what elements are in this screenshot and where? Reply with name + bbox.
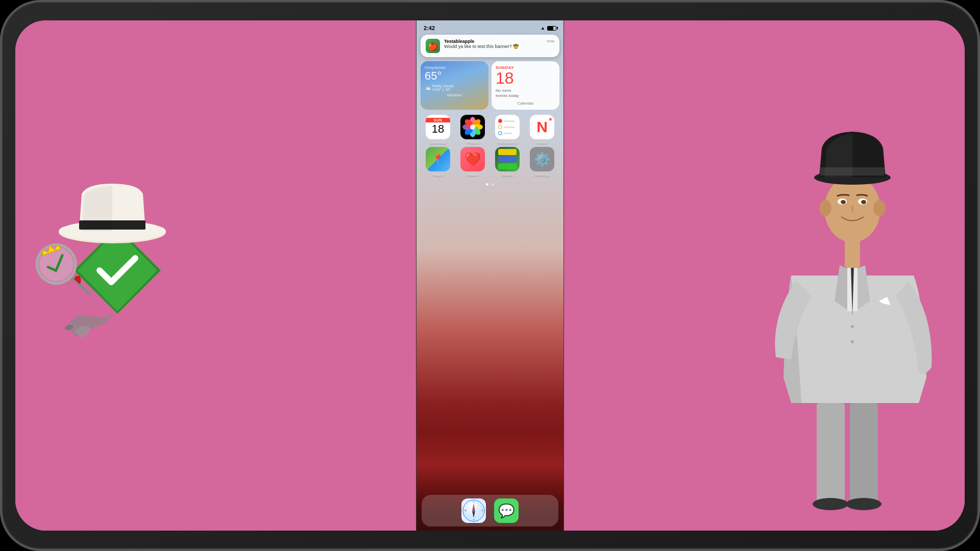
notif-content: Testableapple Would ya like to test this… [444, 39, 543, 50]
app-grid-row1: SUN 18 Calendar [416, 113, 564, 147]
maps-pin-icon: 📍 [432, 154, 444, 165]
device-shell: 2:42 ▲ 🍎 Testableapple Would ya like to … [0, 0, 980, 551]
weather-temperature: 65° [425, 70, 484, 82]
weather-widget[interactable]: Greystones 65° ⛅ Partly Cloudy H:66° L:4… [421, 61, 488, 110]
news-star-icon: ★ [548, 116, 553, 122]
bird-decoration-svg [61, 301, 122, 342]
svg-point-28 [813, 498, 848, 510]
notification-banner[interactable]: 🍎 Testableapple Would ya like to test th… [421, 35, 559, 57]
health-app-icon: ❤️ [460, 147, 485, 171]
svg-text:N: N [473, 500, 475, 503]
svg-point-42 [851, 340, 854, 343]
page-dot-1 [486, 183, 488, 186]
calendar-widget[interactable]: SUNDAY 18 No more events today Calendar [492, 61, 559, 110]
page-dot-2 [492, 183, 494, 186]
safari-compass-svg: N S W E [462, 499, 485, 522]
wallpaper-bottom-fade [416, 403, 564, 505]
svg-text:E: E [482, 509, 483, 512]
app-item-settings[interactable]: ⚙️ Settings [526, 147, 558, 177]
calendar-widget-label: Calendar [496, 101, 555, 106]
svg-point-33 [819, 200, 831, 216]
app-grid-row2: 📍 Maps ❤️ Health [416, 147, 564, 179]
news-n-letter: N [536, 119, 548, 135]
app-item-health[interactable]: ❤️ Health [456, 147, 489, 177]
messages-app-icon: 💬 [494, 498, 519, 523]
status-time: 2:42 [424, 25, 435, 31]
app-item-maps[interactable]: 📍 Maps [422, 147, 454, 177]
calendar-icon-date: 18 [432, 122, 444, 136]
health-app-label: Health [467, 172, 478, 177]
reminders-app-icon [495, 115, 520, 139]
svg-point-34 [873, 200, 886, 216]
notif-time: now [547, 39, 554, 43]
messages-bubble-icon: 💬 [498, 503, 514, 519]
wifi-icon: ▲ [541, 26, 545, 31]
app-item-wallet[interactable]: Wallet [491, 147, 524, 177]
app-item-photos[interactable]: Photos [456, 115, 489, 145]
weather-hilo: H:66° L:48° [432, 88, 454, 91]
svg-rect-26 [817, 403, 845, 505]
cal-date: 18 [496, 70, 555, 86]
app-item-news[interactable]: N ★ News [526, 115, 558, 145]
wallet-card-blue [498, 156, 517, 162]
device-screen-area: 2:42 ▲ 🍎 Testableapple Would ya like to … [15, 20, 965, 531]
page-dots [416, 179, 564, 190]
photos-flower-svg [462, 117, 483, 137]
wallet-card-green [498, 163, 517, 169]
photos-app-icon [460, 115, 485, 139]
svg-point-37 [841, 200, 846, 204]
battery-icon [547, 26, 556, 31]
svg-point-38 [861, 200, 866, 204]
calendar-icon-header: SUN [426, 118, 450, 122]
dock-item-messages[interactable]: 💬 [494, 498, 519, 523]
svg-rect-27 [850, 403, 878, 505]
news-app-label: News [537, 140, 547, 145]
settings-app-icon: ⚙️ [530, 147, 554, 171]
news-app-icon: N ★ [530, 115, 554, 139]
wallet-app-label: Wallet [502, 172, 513, 177]
svg-text:W: W [464, 509, 467, 512]
wallet-card-yellow [498, 149, 517, 155]
svg-point-17 [470, 124, 475, 130]
phone-screen: 2:42 ▲ 🍎 Testableapple Would ya like to … [416, 20, 564, 531]
maps-app-icon: 📍 [426, 147, 450, 171]
wallet-app-icon [495, 147, 520, 171]
app-item-reminders[interactable]: Reminders [491, 115, 524, 145]
cal-events: No more events today [496, 88, 555, 99]
figure-svg [750, 122, 954, 531]
weather-condition-row: ⛅ Partly Cloudy H:66° L:48° [425, 84, 484, 91]
svg-point-21 [473, 510, 475, 512]
notif-app-name: Testableapple [444, 39, 543, 44]
widgets-row: Greystones 65° ⛅ Partly Cloudy H:66° L:4… [416, 58, 564, 113]
svg-point-29 [846, 498, 881, 510]
notif-message: Would ya like to test this banner? 🤠 [444, 44, 543, 50]
svg-text:S: S [473, 518, 475, 521]
health-heart-icon: ❤️ [464, 152, 481, 167]
notif-app-icon: 🍎 [426, 39, 440, 53]
status-bar: 2:42 ▲ [416, 20, 564, 34]
cloud-icon: ⛅ [425, 85, 431, 91]
svg-point-41 [851, 325, 854, 328]
app-item-calendar[interactable]: SUN 18 Calendar [422, 115, 454, 145]
status-icons: ▲ [541, 26, 556, 31]
bg-right [564, 20, 965, 531]
dock: N S W E 💬 [422, 495, 558, 527]
weather-widget-label: Weather [425, 93, 484, 97]
calendar-app-label: Calendar [430, 140, 446, 145]
maps-app-label: Maps [433, 172, 443, 177]
safari-app-icon: N S W E [461, 498, 486, 523]
dock-item-safari[interactable]: N S W E [461, 498, 486, 523]
calendar-app-icon: SUN 18 [426, 115, 450, 139]
settings-app-label: Settings [535, 172, 550, 177]
reminders-app-label: Reminders [498, 140, 518, 145]
weather-description: Partly Cloudy [432, 84, 454, 88]
settings-gear-icon: ⚙️ [534, 152, 550, 167]
bg-left [15, 20, 416, 531]
photos-app-label: Photos [467, 140, 479, 145]
